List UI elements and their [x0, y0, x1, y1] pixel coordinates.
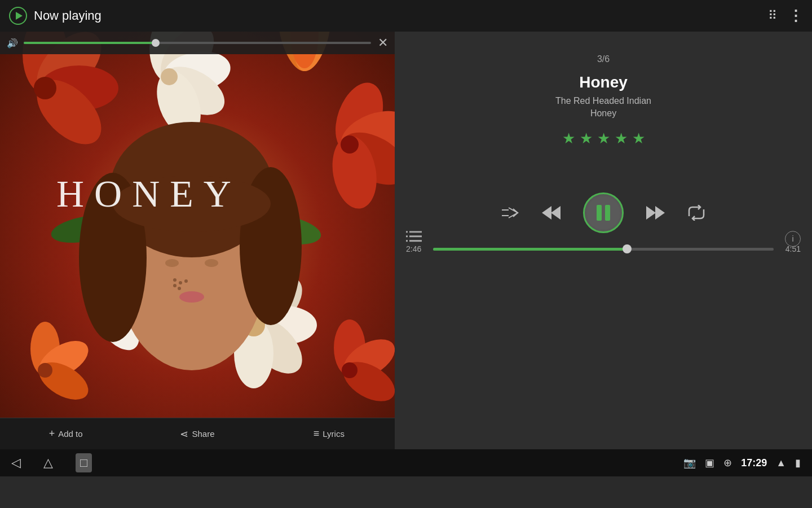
system-status-bar: 📷 ▣ ⊕ 17:29 ▲ ▮ [683, 457, 801, 469]
app-title: Now playing [34, 8, 102, 23]
svg-point-51 [173, 284, 176, 287]
recent-apps-button[interactable]: □ [76, 453, 92, 472]
star-3[interactable]: ★ [597, 130, 610, 147]
playlist-icon [406, 231, 422, 243]
star-5[interactable]: ★ [632, 130, 645, 147]
rewind-button[interactable] [541, 205, 561, 221]
screenshot-icon: ▣ [705, 457, 714, 469]
svg-point-52 [178, 287, 181, 290]
svg-point-46 [205, 259, 218, 267]
track-album: Honey [590, 108, 616, 119]
volume-track[interactable] [24, 42, 371, 44]
camera-icon: 📷 [683, 457, 696, 469]
top-bar: Now playing ⠿ ⋮ [0, 0, 812, 32]
svg-point-47 [179, 291, 204, 303]
svg-marker-71 [542, 206, 551, 220]
star-rating[interactable]: ★ ★ ★ ★ ★ [562, 130, 645, 147]
svg-marker-74 [646, 206, 656, 220]
info-icon: i [792, 234, 793, 243]
progress-thumb[interactable] [623, 244, 632, 253]
svg-point-57 [342, 362, 358, 378]
svg-point-61 [38, 363, 52, 378]
star-2[interactable]: ★ [580, 130, 593, 147]
svg-marker-75 [655, 206, 665, 220]
volume-bar[interactable]: 🔊 ✕ [0, 32, 395, 54]
wifi-icon: ▲ [776, 457, 786, 469]
svg-point-7 [34, 77, 56, 99]
lyrics-icon: ≡ [314, 428, 320, 440]
bottom-actions: + Add to ⋖ Share ≡ Lyrics [0, 418, 395, 449]
add-to-label: Add to [58, 429, 82, 439]
share-button[interactable]: ⋖ Share [131, 428, 263, 440]
forward-icon [646, 205, 665, 221]
track-title: Honey [579, 73, 628, 91]
svg-rect-64 [409, 240, 422, 242]
top-bar-actions: ⠿ ⋮ [768, 7, 803, 25]
star-1[interactable]: ★ [562, 130, 575, 147]
svg-rect-66 [406, 235, 408, 237]
grid-icon[interactable]: ⠿ [768, 8, 777, 23]
svg-rect-63 [409, 235, 422, 237]
progress-fill [433, 248, 627, 251]
track-counter: 3/6 [597, 54, 610, 64]
svg-rect-73 [605, 205, 610, 221]
svg-point-50 [184, 279, 188, 283]
system-time: 17:29 [741, 457, 767, 469]
svg-marker-1 [16, 12, 23, 20]
shuffle-icon [502, 207, 519, 219]
share-label: Share [192, 429, 214, 439]
svg-rect-65 [406, 231, 408, 233]
logo-icon [9, 7, 27, 25]
back-button[interactable]: ◁ [11, 456, 21, 470]
nav-icons: ◁ △ □ [11, 453, 92, 472]
info-button[interactable]: i [785, 231, 801, 247]
right-panel: i 3/6 Honey The Red Headed Indian Honey … [395, 32, 812, 449]
volume-fill [24, 42, 156, 44]
lyrics-label: Lyrics [323, 429, 345, 439]
rewind-icon [541, 205, 561, 221]
add-icon: + [49, 428, 55, 440]
pause-icon [595, 204, 612, 222]
more-menu-icon[interactable]: ⋮ [788, 7, 803, 25]
volume-thumb[interactable] [152, 39, 160, 47]
svg-point-49 [179, 281, 182, 284]
star-4[interactable]: ★ [615, 130, 628, 147]
left-panel: 🔊 ✕ [0, 32, 395, 449]
system-bar: ◁ △ □ 📷 ▣ ⊕ 17:29 ▲ ▮ [0, 449, 812, 476]
svg-rect-72 [597, 205, 602, 221]
svg-text:HONEY: HONEY [56, 172, 241, 215]
progress-track[interactable] [433, 248, 774, 251]
svg-point-13 [161, 68, 178, 85]
playback-controls [502, 192, 705, 233]
progress-bar-section: 2:46 4:51 [395, 244, 812, 253]
forward-button[interactable] [646, 205, 665, 221]
shuffle-button[interactable] [502, 207, 519, 219]
close-button[interactable]: ✕ [378, 36, 388, 50]
playlist-button[interactable] [406, 231, 422, 247]
android-icon: ⊕ [723, 457, 732, 469]
svg-rect-62 [409, 231, 422, 233]
add-to-button[interactable]: + Add to [0, 428, 131, 440]
share-icon: ⋖ [180, 428, 188, 440]
svg-point-48 [173, 278, 176, 282]
album-art: HONEY [0, 32, 395, 449]
svg-rect-67 [406, 240, 408, 242]
svg-marker-70 [551, 206, 561, 220]
repeat-button[interactable] [688, 205, 705, 221]
repeat-icon [688, 205, 705, 221]
main-content: 🔊 ✕ [0, 32, 812, 449]
battery-icon: ▮ [795, 457, 801, 469]
volume-icon: 🔊 [7, 38, 18, 49]
pause-button[interactable] [583, 192, 624, 233]
svg-point-21 [341, 135, 359, 154]
album-art-svg: HONEY [0, 32, 395, 449]
home-button[interactable]: △ [43, 456, 53, 470]
track-artist: The Red Headed Indian [555, 96, 651, 106]
svg-point-45 [165, 259, 179, 267]
lyrics-button[interactable]: ≡ Lyrics [263, 428, 395, 440]
